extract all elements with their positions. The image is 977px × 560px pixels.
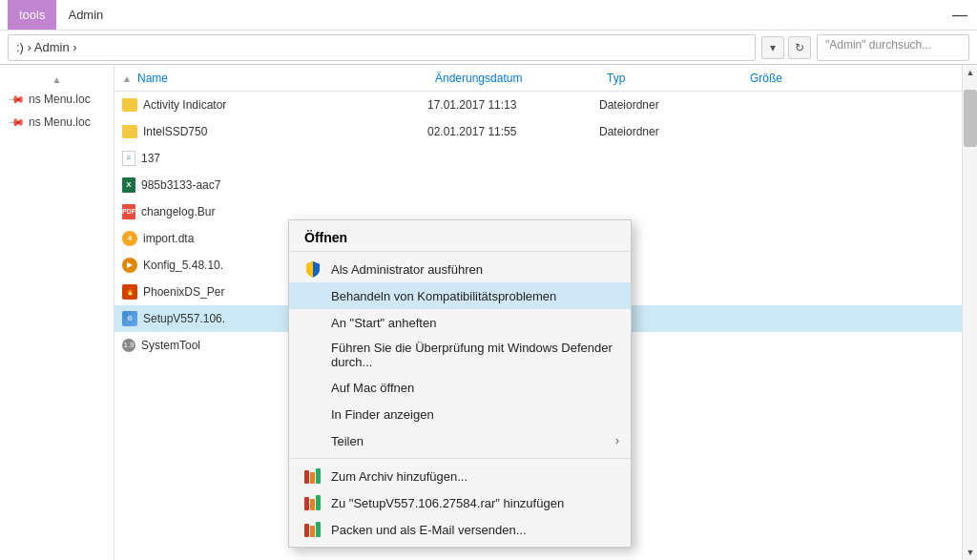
ctx-label: In Finder anzeigen <box>331 407 434 422</box>
context-menu: Öffnen Als Administrator ausführen Behan… <box>288 219 632 548</box>
file-name: SetupV557.106. <box>143 312 225 325</box>
scroll-thumb[interactable] <box>964 90 977 147</box>
ctx-label: Behandeln von Kompatibilitätsproblemen <box>331 289 556 303</box>
ctx-no-icon <box>304 432 322 449</box>
ctx-compatibility[interactable]: Behandeln von Kompatibilitätsproblemen <box>289 282 631 309</box>
txt-icon <box>122 151 135 166</box>
ctx-open-mac[interactable]: Auf Mac öffnen <box>289 374 631 401</box>
shield-icon <box>304 260 322 278</box>
file-name-cell: PDF changelog.Bur <box>122 204 427 219</box>
ctx-no-icon <box>304 314 322 331</box>
tools-tab[interactable]: tools <box>8 0 56 30</box>
col-size-label: Größe <box>750 72 782 85</box>
file-name: IntelSSD750 <box>143 125 207 138</box>
breadcrumb[interactable]: :) › Admin › <box>8 34 756 61</box>
title-bar: tools Admin — <box>0 0 977 31</box>
ctx-label: Auf Mac öffnen <box>331 381 414 395</box>
ctx-share[interactable]: Teilen › <box>289 427 631 454</box>
file-name: 985b3133-aac7 <box>141 178 220 192</box>
ctx-no-icon <box>304 405 322 423</box>
ctx-run-as-admin[interactable]: Als Administrator ausführen <box>289 256 631 282</box>
phoenix-icon: 🔥 <box>122 284 137 300</box>
search-input[interactable]: "Admin" durchsuch... <box>817 34 969 61</box>
file-name-cell: 137 <box>122 151 427 166</box>
dta-icon: 4 <box>122 231 137 246</box>
col-header-date[interactable]: Änderungsdatum <box>427 65 599 91</box>
vlc-icon: ▶ <box>122 258 137 273</box>
sidebar-label-2: ns Menu.loc <box>29 115 91 129</box>
file-type-cell: Dateiordner <box>599 125 742 138</box>
ctx-add-archive[interactable]: Zum Archiv hinzufügen... <box>289 463 631 489</box>
excel-icon: X <box>122 177 135 193</box>
sort-arrow: ▲ <box>122 73 132 83</box>
col-header-type[interactable]: Typ <box>599 65 742 91</box>
folder-icon <box>122 125 137 138</box>
sidebar-item-2[interactable]: 📌 ns Menu.loc <box>0 112 114 133</box>
file-name: Konfig_5.48.10. <box>143 259 223 272</box>
scrollbar[interactable]: ▲ ▼ <box>962 65 977 560</box>
ctx-no-icon <box>304 287 322 304</box>
file-name-cell: X 985b3133-aac7 <box>122 177 427 193</box>
file-name: PhoenixDS_Per <box>143 285 224 299</box>
table-row[interactable]: X 985b3133-aac7 <box>114 172 962 198</box>
file-name-cell: IntelSSD750 <box>122 125 427 138</box>
ctx-defender[interactable]: Führen Sie die Überprüfung mit Windows D… <box>289 336 631 374</box>
ctx-no-icon <box>304 379 322 396</box>
context-menu-separator <box>289 458 631 459</box>
rar-icon <box>304 494 322 511</box>
sidebar-scroll-up[interactable]: ▲ <box>0 73 114 87</box>
ctx-label: An "Start" anheften <box>331 316 436 330</box>
file-date-cell: 02.01.2017 11:55 <box>427 125 599 138</box>
ctx-finder[interactable]: In Finder anzeigen <box>289 401 631 427</box>
ctx-add-rar[interactable]: Zu "SetupV557.106.27584.rar" hinzufügen <box>289 489 631 516</box>
file-name: Activity Indicator <box>143 98 226 112</box>
file-type-cell: Dateiordner <box>599 98 742 112</box>
col-name-label: Name <box>137 72 168 85</box>
ctx-label: Führen Sie die Überprüfung mit Windows D… <box>331 341 615 369</box>
context-menu-header: Öffnen <box>289 224 631 252</box>
dropdown-button[interactable]: ▾ <box>761 36 784 59</box>
file-name: 137 <box>141 152 160 165</box>
ctx-label: Zum Archiv hinzufügen... <box>331 469 468 484</box>
folder-icon <box>122 98 137 112</box>
minimize-button[interactable]: — <box>950 7 969 24</box>
file-date-cell: 17.01.2017 11:13 <box>427 98 599 112</box>
col-type-label: Typ <box>607 72 625 85</box>
scroll-down-button[interactable]: ▼ <box>963 545 977 560</box>
sidebar: ▲ 📌 ns Menu.loc 📌 ns Menu.loc <box>0 65 114 560</box>
col-header-name[interactable]: ▲ Name <box>122 65 427 91</box>
col-date-label: Änderungsdatum <box>435 72 522 85</box>
ctx-label: Teilen <box>331 434 364 448</box>
pin-icon-1: 📌 <box>7 90 25 108</box>
rar-icon <box>304 467 322 485</box>
table-row[interactable]: 137 <box>114 145 962 172</box>
col-header-size[interactable]: Größe <box>742 65 838 91</box>
admin-tab[interactable]: Admin <box>56 4 114 26</box>
file-name-cell: Activity Indicator <box>122 98 427 112</box>
ctx-label: Zu "SetupV557.106.27584.rar" hinzufügen <box>331 496 564 510</box>
refresh-button[interactable]: ↻ <box>788 36 811 59</box>
setup-icon: ⚙ <box>122 311 137 326</box>
ctx-label: Packen und als E-Mail versenden... <box>331 523 527 537</box>
ctx-pin-start[interactable]: An "Start" anheften <box>289 309 631 336</box>
scroll-track[interactable] <box>963 80 977 545</box>
pin-icon-2: 📌 <box>7 113 25 131</box>
sidebar-item-1[interactable]: 📌 ns Menu.loc <box>0 89 114 110</box>
rar-icon <box>304 521 322 538</box>
file-list-header: ▲ Name Änderungsdatum Typ Größe <box>114 65 962 92</box>
systemtool-icon: 1.9 <box>122 339 135 352</box>
file-name: import.dta <box>143 232 194 245</box>
address-bar: :) › Admin › ▾ ↻ "Admin" durchsuch... <box>0 31 977 65</box>
scroll-up-button[interactable]: ▲ <box>963 65 977 80</box>
table-row[interactable]: IntelSSD750 02.01.2017 11:55 Dateiordner <box>114 118 962 145</box>
ctx-label: Als Administrator ausführen <box>331 262 483 277</box>
ctx-pack-email[interactable]: Packen und als E-Mail versenden... <box>289 516 631 543</box>
address-controls: ▾ ↻ <box>761 36 811 59</box>
file-name: SystemTool <box>141 339 200 352</box>
file-name: changelog.Bur <box>141 205 215 218</box>
pdf-icon: PDF <box>122 204 135 219</box>
table-row[interactable]: Activity Indicator 17.01.2017 11:13 Date… <box>114 92 962 118</box>
sidebar-label-1: ns Menu.loc <box>29 93 91 106</box>
ctx-no-icon <box>304 346 322 363</box>
submenu-arrow: › <box>615 434 619 447</box>
